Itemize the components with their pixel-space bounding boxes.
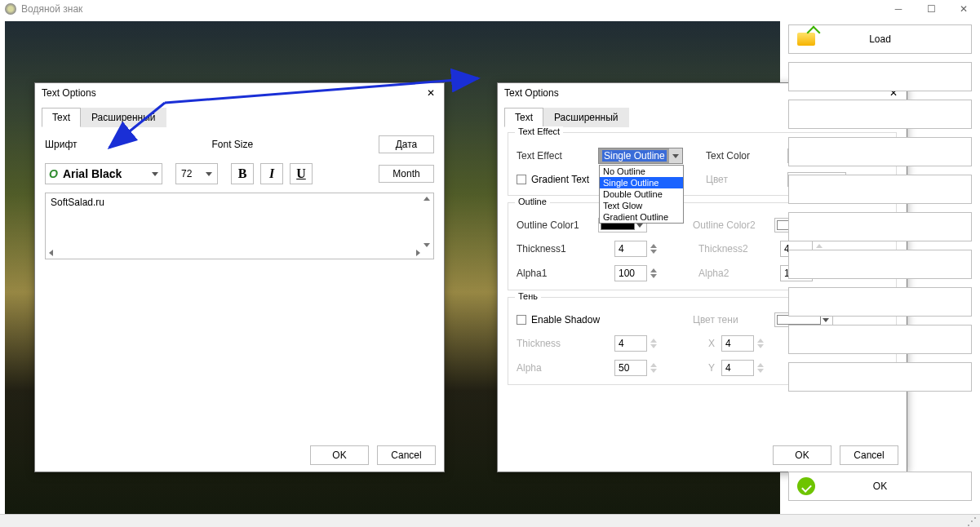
thickness1-label: Thickness1: [517, 243, 598, 255]
font-size-value: 72: [181, 168, 192, 179]
bold-button[interactable]: B: [231, 163, 254, 184]
dialog-title: Text Options: [42, 87, 424, 99]
italic-button[interactable]: I: [260, 163, 283, 184]
folder-open-icon: [797, 33, 815, 46]
tab-advanced[interactable]: Расширенный: [81, 108, 166, 127]
app-icon: [5, 3, 16, 15]
outline-color2-label: Outline Color2: [693, 219, 774, 231]
thickness2-label: Thickness2: [698, 243, 780, 255]
shadow-thickness-spinner: [650, 339, 658, 348]
gradient-text-checkbox[interactable]: [517, 175, 526, 184]
effect-option[interactable]: Text Glow: [600, 200, 683, 211]
shadow-thickness-label: Thickness: [517, 338, 598, 349]
outline-color1-label: Outline Color1: [517, 219, 598, 231]
side-slot-8[interactable]: [788, 325, 972, 354]
side-slot-9[interactable]: [788, 362, 972, 392]
insert-month-button[interactable]: Month: [379, 165, 434, 183]
watermark-text-input[interactable]: [49, 195, 420, 246]
chevron-down-icon: [152, 172, 158, 176]
thickness1-spinner[interactable]: [650, 244, 658, 254]
watermark-text-area-wrap: [45, 193, 434, 259]
window-maximize-button[interactable]: ☐: [915, 0, 947, 18]
shadow-y-label: Y: [698, 362, 715, 374]
scroll-up-icon[interactable]: [423, 197, 430, 201]
alpha1-label: Alpha1: [517, 268, 598, 279]
alpha1-input[interactable]: 100: [614, 265, 647, 281]
chevron-down-icon: [672, 154, 679, 158]
tab-text[interactable]: Text: [42, 108, 81, 127]
insert-date-button[interactable]: Дата: [379, 135, 434, 153]
text-color-label: Text Color: [706, 150, 787, 162]
text-effect-dropdown: No Outline Single Outline Double Outline…: [599, 165, 684, 224]
status-bar: ⋰: [0, 514, 980, 527]
chevron-down-icon: [823, 318, 829, 322]
image-canvas[interactable]: Text Options ✕ Text Расширенный Шрифт Fo…: [5, 21, 780, 514]
font-family-combo[interactable]: O Arial Black: [45, 163, 162, 184]
window-title: Водяной знак: [21, 3, 882, 15]
shadow-y-input: 4: [721, 360, 754, 376]
font-size-label: Font Size: [212, 139, 363, 150]
gradient-color-label: Цвет: [706, 174, 787, 185]
effect-option[interactable]: No Outline: [600, 166, 683, 177]
chevron-down-icon: [206, 172, 212, 176]
underline-button[interactable]: U: [290, 163, 313, 184]
enable-shadow-checkbox[interactable]: [517, 315, 526, 325]
main-ok-label: OK: [873, 480, 887, 492]
enable-shadow-label: Enable Shadow: [531, 314, 600, 326]
text-options-dialog-text: Text Options ✕ Text Расширенный Шрифт Fo…: [34, 82, 445, 472]
shadow-alpha-input: 50: [614, 360, 647, 376]
gradient-text-label: Gradient Text: [531, 174, 589, 185]
shadow-alpha-label: Alpha: [517, 362, 598, 374]
group-legend-outline: Outline: [515, 197, 550, 206]
chevron-down-icon: [636, 224, 643, 228]
text-effect-label: Text Effect: [517, 150, 598, 162]
effect-option[interactable]: Single Outline: [600, 177, 683, 188]
cancel-button[interactable]: Cancel: [377, 445, 436, 465]
scroll-down-icon[interactable]: [423, 243, 430, 247]
text-effect-combo[interactable]: Single Outline No Outline Single Outline…: [598, 148, 683, 164]
window-titlebar: Водяной знак ─ ☐ ✕: [0, 0, 980, 18]
side-slot-2[interactable]: [788, 100, 972, 129]
tab-advanced[interactable]: Расширенный: [543, 108, 629, 127]
load-button-label: Load: [869, 33, 891, 45]
side-slot-7[interactable]: [788, 287, 972, 317]
side-slot-3[interactable]: [788, 137, 972, 166]
scroll-right-icon[interactable]: [416, 250, 420, 256]
shadow-alpha-spinner: [650, 363, 658, 373]
font-size-combo[interactable]: 72: [175, 163, 218, 184]
side-slot-4[interactable]: [788, 175, 972, 204]
shadow-x-input: 4: [721, 335, 754, 352]
side-slot-5[interactable]: [788, 212, 972, 241]
shadow-x-spinner: [757, 339, 765, 348]
effect-option[interactable]: Gradient Outline: [600, 211, 683, 223]
thickness1-input[interactable]: 4: [614, 241, 647, 257]
window-close-button[interactable]: ✕: [947, 0, 980, 18]
shadow-color-label: Цвет тени: [693, 314, 774, 326]
window-minimize-button[interactable]: ─: [882, 0, 915, 18]
font-name-value: Arial Black: [63, 167, 147, 180]
text-effect-value: Single Outline: [602, 150, 667, 162]
group-legend-shadow: Тень: [515, 291, 541, 301]
shadow-x-label: X: [698, 338, 715, 349]
check-circle-icon: [797, 477, 815, 495]
ok-button[interactable]: OK: [773, 445, 831, 465]
resize-grip-icon[interactable]: ⋰: [967, 516, 977, 527]
scroll-left-icon[interactable]: [49, 250, 53, 256]
ok-button[interactable]: OK: [310, 445, 369, 465]
close-icon[interactable]: ✕: [424, 86, 437, 100]
group-legend-effect: Text Effect: [515, 126, 563, 136]
effect-option[interactable]: Double Outline: [600, 188, 683, 200]
main-ok-button[interactable]: OK: [788, 472, 972, 501]
tab-text[interactable]: Text: [504, 108, 543, 127]
cancel-button[interactable]: Cancel: [840, 445, 898, 465]
shadow-thickness-input: 4: [614, 335, 647, 352]
load-button[interactable]: Load: [788, 24, 972, 54]
side-slot-6[interactable]: [788, 250, 972, 279]
font-preview-icon: O: [49, 167, 58, 180]
side-slot-1[interactable]: [788, 62, 972, 91]
alpha2-label: Alpha2: [698, 268, 780, 279]
alpha1-spinner[interactable]: [650, 268, 658, 278]
font-label: Шрифт: [45, 139, 196, 150]
shadow-y-spinner: [757, 363, 765, 373]
